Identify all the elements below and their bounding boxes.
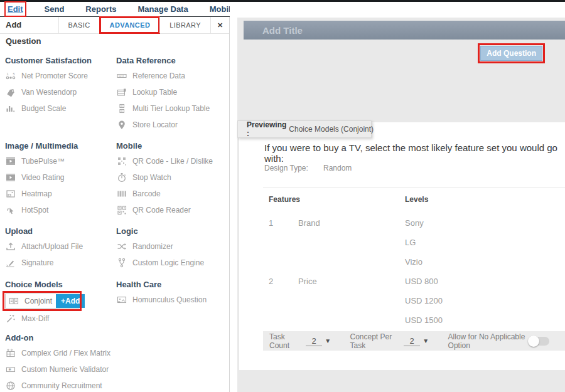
feature-name: Brand: [298, 218, 320, 228]
section-image-multimedia: Image / MultimediaTubePulse™Video Rating…: [5, 141, 113, 220]
survey-canvas-area: Add Title Add Question Previewing : Choi…: [230, 2, 565, 392]
library-item-community-recruitment[interactable]: Community Recruitment: [5, 379, 113, 392]
chevron-down-icon[interactable]: ▼: [325, 337, 331, 344]
library-item-label: Lookup Table: [132, 88, 177, 97]
section-title-mobile: Mobile: [116, 141, 228, 151]
level-value: LG: [405, 238, 416, 247]
level-value: USD 1200: [405, 296, 443, 305]
close-icon[interactable]: ✕: [210, 17, 229, 33]
library-item-custom-numeric-validator[interactable]: ✱Custom Numeric Validator: [5, 363, 113, 376]
library-item-homunculus-question[interactable]: Homunculus Question: [116, 294, 228, 306]
library-item-reference-data[interactable]: 9412Reference Data: [116, 70, 228, 82]
image-icon: [5, 189, 16, 199]
library-item-label: Multi Tier Lookup Table: [132, 104, 210, 113]
library-item-label: Attach/Upload File: [21, 242, 83, 251]
level-value: USD 1500: [405, 315, 443, 325]
library-item-van-westendorp[interactable]: Van Westendorp: [5, 86, 113, 98]
library-item-qr-code-like-dislike[interactable]: QR Code - Like / Dislike: [116, 155, 228, 167]
library-item-label: Heatmap: [21, 189, 52, 198]
concept-per-task-label: Concept Per Task: [350, 332, 397, 350]
panel-title: Add Question: [0, 17, 58, 33]
library-item-randomizer[interactable]: Randomizer: [116, 240, 228, 253]
library-item-label: Barcode: [132, 189, 161, 198]
library-item-stop-watch[interactable]: Stop Watch: [116, 171, 228, 184]
section-logic: LogicRandomizerCustom Logic Engine: [116, 226, 228, 273]
wand-icon: [5, 314, 16, 324]
tab-library[interactable]: LIBRARY: [159, 17, 210, 33]
library-item-signature[interactable]: Signature: [5, 257, 113, 269]
library-item-label: Budget Scale: [21, 104, 66, 113]
add-question-panel: Add Question BASIC ADVANCED LIBRARY ✕ Cu…: [0, 17, 230, 392]
section-title-customer-satisfaction: Customer Satisfaction: [5, 56, 113, 65]
library-item-label: Signature: [21, 258, 53, 267]
no-applicable-option-label: Allow for No Applicable Option: [448, 332, 529, 350]
library-item-label: Community Recruitment: [21, 381, 102, 390]
bar-chart-icon: [5, 103, 16, 114]
tab-advanced[interactable]: ADVANCED: [100, 17, 160, 33]
chevron-down-icon[interactable]: ▼: [422, 337, 429, 344]
section-mobile: MobileQR Code - Like / DislikeStop Watch…: [116, 141, 228, 220]
task-count-select[interactable]: 2: [306, 336, 322, 346]
shuffle-icon: [116, 241, 127, 252]
reference-data-icon: 9412: [116, 71, 127, 81]
concept-per-task-select[interactable]: 2: [404, 336, 420, 346]
levels-column-header: Levels: [405, 195, 428, 204]
library-item-qr-code-reader[interactable]: QR Code Reader: [116, 204, 228, 216]
feature-number: 1: [269, 218, 273, 228]
survey-title-bar[interactable]: Add Title: [244, 21, 565, 40]
question-text: If you were to buy a TV, select the most…: [264, 142, 559, 164]
add-conjoint-button[interactable]: +Add: [56, 294, 85, 308]
map-pin-icon: [116, 120, 127, 130]
library-item-label: TubePulse™: [21, 157, 65, 166]
qr-reader-icon: [116, 205, 127, 215]
library-item-label: Store Locator: [132, 120, 178, 129]
section-title-upload: Upload: [5, 226, 113, 236]
library-item-conjoint[interactable]: Conjoint+Add: [5, 294, 79, 309]
section-title-data-reference: Data Reference: [116, 56, 228, 65]
conjoint-icon: [8, 296, 19, 306]
section-upload: UploadAttach/Upload FileSignature: [5, 226, 113, 273]
survey-canvas: Add Title Add Question Previewing : Choi…: [237, 18, 565, 392]
library-item-complex-grid-flex-matrix[interactable]: Complex Grid / Flex Matrix: [5, 347, 113, 359]
qr-code-icon: [116, 156, 127, 166]
library-item-label: QR Code Reader: [132, 206, 191, 215]
library-item-label: Reference Data: [132, 72, 185, 80]
library-item-hotspot[interactable]: HotSpot: [5, 204, 113, 216]
divider: [263, 188, 565, 188]
no-applicable-option-toggle[interactable]: [529, 337, 549, 346]
nav-item-edit[interactable]: Edit: [8, 4, 23, 14]
library-item-multi-tier-lookup-table[interactable]: Multi Tier Lookup Table: [116, 102, 228, 115]
library-item-custom-logic-engine[interactable]: Custom Logic Engine: [116, 257, 228, 269]
nav-item-manage-data[interactable]: Manage Data: [137, 4, 188, 14]
previewing-value: Choice Models (Conjoint): [289, 125, 374, 134]
barcode-icon: [116, 189, 127, 199]
library-item-attach-upload-file[interactable]: Attach/Upload File: [5, 240, 113, 253]
section-health-care: Health CareHomunculus Question: [116, 280, 228, 310]
library-item-budget-scale[interactable]: Budget Scale: [5, 102, 113, 115]
library-item-tubepulse[interactable]: TubePulse™: [5, 155, 113, 167]
section-customer-satisfaction: Customer Satisfaction15Net Promoter Scor…: [5, 56, 113, 119]
branch-icon: [116, 258, 127, 268]
previewing-label: Previewing :: [247, 120, 286, 138]
svg-text:9412: 9412: [119, 75, 125, 78]
library-item-barcode[interactable]: Barcode: [116, 188, 228, 200]
level-value: USD 800: [405, 277, 438, 286]
section-title-health-care: Health Care: [116, 280, 228, 289]
library-item-lookup-table[interactable]: Lookup Table: [116, 86, 228, 98]
add-question-button[interactable]: Add Question: [480, 46, 542, 61]
survey-title-placeholder: Add Title: [244, 25, 303, 36]
library-item-label: Conjoint: [24, 297, 52, 305]
nav-item-reports[interactable]: Reports: [85, 4, 116, 14]
nav-item-send[interactable]: Send: [45, 4, 65, 14]
section-title-image-multimedia: Image / Multimedia: [5, 141, 113, 151]
tab-basic[interactable]: BASIC: [58, 17, 100, 33]
library-item-label: HotSpot: [21, 206, 48, 215]
nps-icon: 15: [5, 71, 16, 81]
library-item-net-promoter-score[interactable]: 15Net Promoter Score: [5, 70, 113, 82]
library-item-video-rating[interactable]: Video Rating: [5, 171, 113, 184]
library-item-heatmap[interactable]: Heatmap: [5, 188, 113, 200]
section-data-reference: Data Reference9412Reference DataLookup T…: [116, 56, 228, 135]
library-item-store-locator[interactable]: Store Locator: [116, 119, 228, 131]
multi-tier-icon: [116, 103, 127, 114]
library-item-max-diff[interactable]: Max-Diff: [5, 312, 113, 325]
